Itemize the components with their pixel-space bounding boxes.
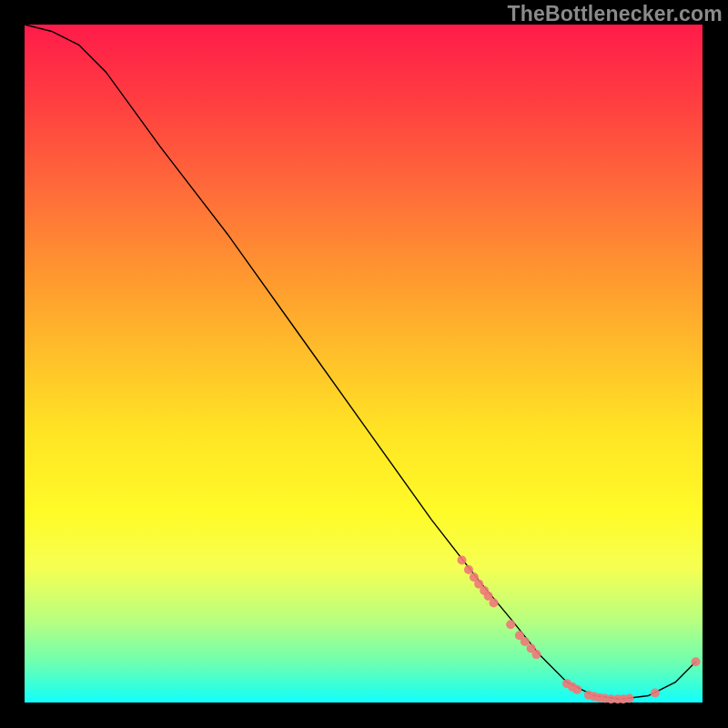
chart-svg <box>25 25 703 703</box>
curve-line <box>25 25 696 699</box>
data-point <box>625 694 634 703</box>
data-point <box>692 657 701 666</box>
data-point <box>490 598 499 607</box>
data-point <box>458 556 467 565</box>
data-point <box>521 637 530 646</box>
watermark-text: TheBottlenecker.com <box>508 2 723 26</box>
plot-area <box>25 25 703 703</box>
data-point <box>531 650 541 659</box>
data-point <box>651 689 660 698</box>
data-points <box>458 556 701 704</box>
data-point <box>506 620 515 629</box>
data-point <box>572 685 581 694</box>
chart-container: TheBottlenecker.com <box>25 0 728 713</box>
data-point <box>464 565 473 574</box>
